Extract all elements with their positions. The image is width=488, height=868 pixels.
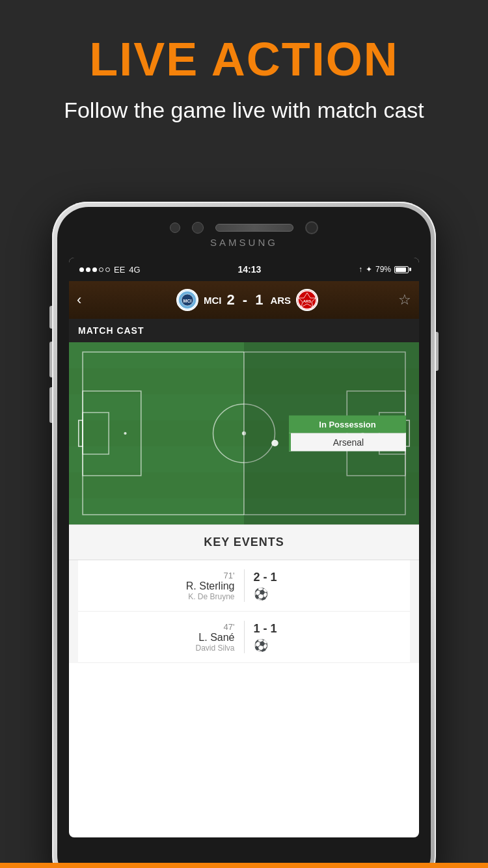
event-player-2: L. Sané xyxy=(78,632,235,644)
status-left: EE 4G xyxy=(79,265,141,275)
key-events-title: KEY EVENTS xyxy=(204,536,284,549)
time-display: 14:13 xyxy=(237,264,261,275)
event-score-2: 1 - 1 xyxy=(254,622,277,636)
location-icon: ↑ xyxy=(359,265,362,274)
event-left-2: 47' L. Sané David Silva xyxy=(78,622,244,653)
camera-dot-main xyxy=(192,222,204,234)
ball-icon-2: ⚽ xyxy=(254,638,268,653)
status-right: ↑ ✦ 79% xyxy=(359,265,409,274)
favorite-button[interactable]: ☆ xyxy=(398,292,411,308)
ars-logo: ARS xyxy=(296,289,318,311)
event-minute-1: 71' xyxy=(78,571,235,580)
svg-point-24 xyxy=(271,440,278,446)
event-score-1: 2 - 1 xyxy=(254,571,277,584)
svg-text:ARS: ARS xyxy=(303,299,312,303)
bottom-bar xyxy=(0,863,488,868)
svg-text:MCI: MCI xyxy=(183,299,191,303)
speaker-grill xyxy=(215,224,293,232)
back-button[interactable]: ‹ xyxy=(77,292,96,308)
bluetooth-icon: ✦ xyxy=(366,265,372,274)
phone-screen: EE 4G 14:13 ↑ ✦ 79% ‹ xyxy=(69,258,419,837)
live-action-title: LIVE ACTION xyxy=(39,36,449,83)
score-display: 2 - 1 xyxy=(226,292,265,308)
top-section: LIVE ACTION Follow the game live with ma… xyxy=(0,0,488,144)
camera-dot-left xyxy=(170,223,180,233)
battery-icon xyxy=(394,266,409,273)
event-minute-2: 47' xyxy=(78,622,235,632)
signal-dot-5 xyxy=(105,267,110,272)
key-events-header: KEY EVENTS xyxy=(69,524,419,560)
event-right-2: 1 - 1 ⚽ xyxy=(245,622,411,653)
samsung-logo: SAMSUNG xyxy=(210,237,278,248)
possession-tooltip: In Possession Arsenal xyxy=(289,416,406,452)
event-left-1: 71' R. Sterling K. De Bruyne xyxy=(78,571,244,601)
network-label: 4G xyxy=(129,265,140,275)
battery-fill xyxy=(396,267,406,272)
front-camera xyxy=(305,221,318,234)
event-player-1: R. Sterling xyxy=(78,580,235,592)
pitch-container: In Possession Arsenal xyxy=(69,342,419,524)
battery-percent: 79% xyxy=(375,265,391,274)
volume-down-button xyxy=(49,342,52,377)
signal-dots xyxy=(79,267,110,272)
possession-value: Arsenal xyxy=(289,433,406,452)
svg-point-18 xyxy=(124,432,126,435)
status-bar: EE 4G 14:13 ↑ ✦ 79% xyxy=(69,258,419,281)
home-team-abbr: MCI xyxy=(204,295,222,306)
subtitle: Follow the game live with match cast xyxy=(39,96,449,124)
event-assist-2: David Silva xyxy=(78,644,235,653)
match-info: MCI MCI 2 - 1 ARS ARS xyxy=(96,289,398,311)
signal-dot-2 xyxy=(86,267,90,272)
carrier-label: EE xyxy=(114,265,125,275)
match-cast-label: MATCH CAST xyxy=(78,325,144,336)
event-row-2: 47' L. Sané David Silva 1 - 1 ⚽ xyxy=(78,612,410,663)
match-cast-header: MATCH CAST xyxy=(69,319,419,342)
power-button xyxy=(436,332,439,371)
event-row-1: 71' R. Sterling K. De Bruyne 2 - 1 ⚽ xyxy=(78,560,410,612)
away-team-abbr: ARS xyxy=(270,295,291,306)
event-assist-1: K. De Bruyne xyxy=(78,592,235,601)
phone-bezel: SAMSUNG EE 4G xyxy=(57,207,431,868)
volume-up-button xyxy=(49,306,52,329)
ball-icon-1: ⚽ xyxy=(254,587,268,601)
silent-button xyxy=(49,387,52,423)
signal-dot-4 xyxy=(99,267,103,272)
mci-logo: MCI xyxy=(176,289,198,311)
signal-dot-1 xyxy=(79,267,84,272)
key-events-section: KEY EVENTS 71' R. Sterling K. De Bruyne … xyxy=(69,524,419,663)
phone-mockup: SAMSUNG EE 4G xyxy=(52,202,436,868)
event-right-1: 2 - 1 ⚽ xyxy=(245,571,411,601)
match-header: ‹ MCI MCI 2 - 1 ARS xyxy=(69,281,419,319)
signal-dot-3 xyxy=(92,267,97,272)
possession-label: In Possession xyxy=(289,416,406,433)
phone-shell: SAMSUNG EE 4G xyxy=(52,202,436,868)
phone-top-bar xyxy=(114,221,374,234)
